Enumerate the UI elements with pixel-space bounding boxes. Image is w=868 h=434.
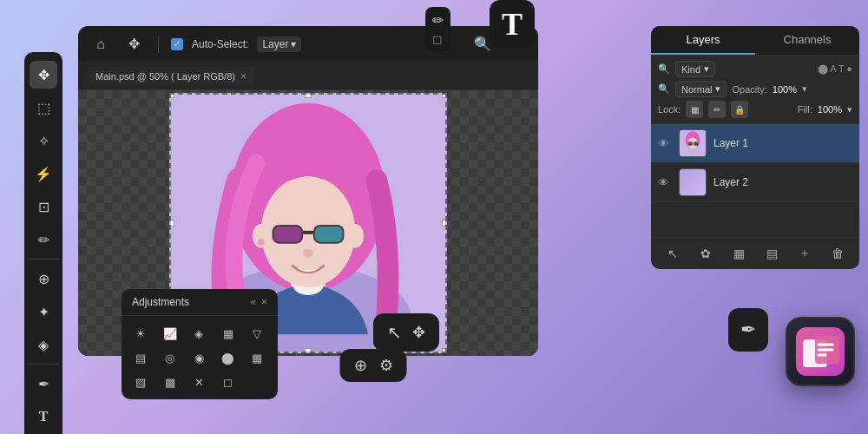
layer-item-2[interactable]: 👁 Layer 2 [651,163,859,202]
layer-dropdown[interactable]: Layer ▾ [257,36,301,52]
selection-transform-btn[interactable]: ✥ [412,323,425,342]
layers-panel: Layers Channels 🔍 Kind ▾ ⬤ A T ● 🔍 Norma… [651,26,859,269]
adj-channel-mixer[interactable]: ▩ [158,372,182,392]
fill-value: 100% [818,104,842,115]
handle-tm[interactable] [305,93,312,98]
blend-mode-dropdown[interactable]: Normal ▾ [675,81,727,97]
adj-brightness[interactable]: ☀ [128,323,153,344]
panel-link-btn[interactable]: ↖ [662,243,683,264]
tool-crop[interactable]: ⊡ [30,193,57,220]
fill-label: Fill: [798,104,812,115]
panel-group-btn[interactable]: ▤ [761,243,782,264]
opacity-value: 100% [773,84,797,95]
main-tab[interactable]: Main.psd @ 50% ( Layer RGB/8) × [89,67,253,86]
adjustments-header: Adjustments « × [122,289,278,316]
tool-clone[interactable]: ◈ [30,331,57,358]
svg-rect-19 [694,141,699,146]
adj-hue-sat[interactable]: ◎ [158,347,182,368]
adj-exposure[interactable]: ⬤ [216,347,240,368]
adj-gradient-map[interactable]: ▦ [216,323,240,344]
pencil-widget: ✏ ◻ [425,7,450,51]
home-button[interactable]: ⌂ [89,32,113,56]
search-filter-icon: 🔍 [658,63,670,75]
panel-new-layer-btn[interactable]: ＋ [794,243,815,264]
adj-levels[interactable]: ◈ [187,323,211,344]
layer-visibility-1[interactable]: 👁 [658,137,672,150]
tab-channels[interactable]: Channels [755,26,859,55]
adj-posterize[interactable]: ◻ [216,372,240,392]
handle-ml[interactable] [169,220,174,227]
adjustments-title: Adjustments [132,296,189,308]
adjustments-controls: « × [250,296,267,308]
adj-vibrance[interactable]: ▦ [245,347,269,368]
auto-select-label: Auto-Select: [192,38,248,50]
tool-heal[interactable]: ⊕ [30,265,57,293]
tool-lasso[interactable]: ✧ [30,127,57,155]
tool-sidebar: ✥ ⬚ ✧ ⚡ ⊡ ✏ ⊕ ✦ ◈ ✒ T ▢ 🔍 [24,52,62,434]
auto-select-checkbox[interactable]: ✓ [171,38,183,50]
adj-color-balance[interactable]: ◉ [187,347,211,368]
tool-type[interactable]: T [30,403,57,431]
app-logo-svg [801,332,839,371]
panel-delete-btn[interactable]: 🗑 [827,243,848,264]
panel-mask-btn[interactable]: ▦ [728,243,749,264]
toolbar-divider [158,36,159,53]
adj-pattern[interactable]: ▤ [128,347,153,368]
adj-threshold[interactable]: ▽ [245,323,269,344]
layer-filters: 🔍 Kind ▾ ⬤ A T ● 🔍 Normal ▾ Opacity: 100… [651,56,859,124]
adjustments-panel: Adjustments « × ☀ 📈 ◈ ▦ ▽ ▤ ◎ ◉ ⬤ ▦ ▨ ▩ … [122,289,278,399]
move-tool-button[interactable]: ✥ [122,32,146,56]
tab-close-button[interactable]: × [240,70,247,82]
tab-title: Main.psd @ 50% ( Layer RGB/8) [95,71,235,82]
tool-marquee[interactable]: ⬚ [30,94,57,122]
layer-name-2: Layer 2 [713,176,852,188]
tool-move[interactable]: ✥ [30,61,57,89]
panel-effects-btn[interactable]: ✿ [695,243,716,264]
selection-cursor-btn[interactable]: ↖ [387,322,402,343]
pencil-icon-btn[interactable]: ✏ [432,12,444,29]
adjustments-close-btn[interactable]: × [261,296,267,308]
filter-type-icons: ⬤ A T ● [818,63,852,75]
tab-layers[interactable]: Layers [651,26,755,55]
main-toolbar: ⌂ ✥ ✓ Auto-Select: Layer ▾ 🔍 ⊞▾ [78,26,538,62]
layer-item-1[interactable]: 👁 Layer 1 [651,124,859,163]
adj-photo-filter[interactable]: ▨ [128,372,153,392]
text-tool-widget[interactable]: T [490,0,535,49]
pen-tool-widget[interactable]: ✒ [728,308,768,352]
layer-thumbnail-1 [679,129,707,157]
lock-transparent-btn[interactable]: ▦ [686,101,703,118]
adj-invert[interactable]: ✕ [187,372,211,392]
lock-pixels-btn[interactable]: ✏ [708,101,726,118]
tool-brush[interactable]: ✦ [30,298,57,326]
svg-rect-18 [687,141,693,146]
handle-mr[interactable] [442,220,447,227]
tool-magic-wand[interactable]: ⚡ [30,160,57,187]
adj-curves[interactable]: 📈 [158,323,182,344]
selection-widget: ↖ ✥ [373,313,439,352]
handle-br[interactable] [442,348,447,353]
adjustments-grid: ☀ 📈 ◈ ▦ ▽ ▤ ◎ ◉ ⬤ ▦ ▨ ▩ ✕ ◻ [122,316,278,399]
text-tool-T: T [502,9,523,40]
handle-bm[interactable] [305,348,312,353]
search-icon-2: 🔍 [658,83,670,95]
handle-tr[interactable] [442,93,447,98]
tool-eyedropper[interactable]: ✏ [30,226,57,253]
layer-name-1: Layer 1 [713,137,852,149]
adjustments-collapse-btn[interactable]: « [250,296,256,308]
opacity-row: 🔍 Normal ▾ Opacity: 100% ▾ [658,81,852,97]
content-aware-widget: ⊕ ⚙ [340,349,407,382]
pen-icon[interactable]: ✒ [740,319,756,341]
eraser-icon-btn[interactable]: ◻ [432,32,444,46]
smart-object-btn[interactable]: ⊕ [354,356,367,375]
layer-thumbnail-2 [679,168,707,196]
lock-position-btn[interactable]: 🔒 [731,101,748,118]
panel-bottom-bar: ↖ ✿ ▦ ▤ ＋ 🗑 [651,237,859,269]
kind-dropdown[interactable]: Kind ▾ [675,61,715,77]
content-aware-btn[interactable]: ⚙ [379,356,393,375]
layer-visibility-2[interactable]: 👁 [658,176,672,189]
lock-row: Lock: ▦ ✏ 🔒 Fill: 100% ▾ [658,101,852,118]
tool-pen[interactable]: ✒ [30,370,57,398]
panel-tabs: Layers Channels [651,26,859,56]
handle-tl[interactable] [169,93,174,98]
app-icon-inner [796,327,845,376]
